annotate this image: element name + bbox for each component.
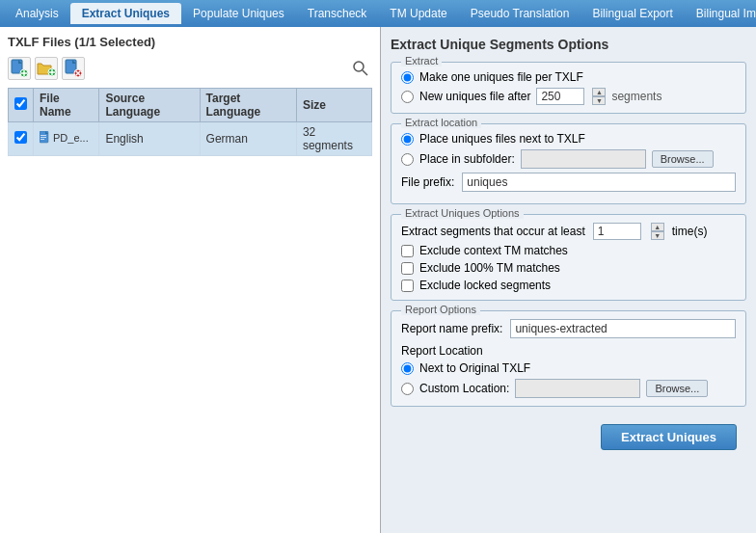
file-table: File Name Source Language Target Languag… xyxy=(8,88,372,156)
tab-populate-uniques[interactable]: Populate Uniques xyxy=(181,3,296,24)
location-label: Extract location xyxy=(401,117,481,128)
extract-uniques-button[interactable]: Extract Uniques xyxy=(601,424,737,450)
spinner-up[interactable]: ▲ xyxy=(592,88,606,96)
exclude-locked-row: Exclude locked segments xyxy=(401,279,736,292)
tab-transcheck[interactable]: Transcheck xyxy=(296,3,379,24)
occur-spinner: ▲ ▼ xyxy=(651,223,664,240)
row-target: German xyxy=(200,122,296,156)
extract-new-after-radio[interactable] xyxy=(401,91,414,103)
exclude-100-checkbox[interactable] xyxy=(401,262,414,275)
occur-spinner-up[interactable]: ▲ xyxy=(651,223,664,231)
report-next-to-radio[interactable] xyxy=(401,362,414,375)
row-check[interactable] xyxy=(9,122,34,156)
left-panel: TXLF Files (1/1 Selected) xyxy=(0,27,381,533)
report-label: Report Options xyxy=(401,304,480,315)
col-size: Size xyxy=(296,89,371,122)
bottom-bar: Extract Uniques xyxy=(391,416,746,458)
right-panel-title: Extract Unique Segments Options xyxy=(391,37,746,52)
segments-spinner: ▲ ▼ xyxy=(592,88,606,105)
report-custom-radio[interactable] xyxy=(401,383,414,395)
exclude-100-label: Exclude 100% TM matches xyxy=(419,261,560,275)
report-next-to-label: Next to Original TXLF xyxy=(419,361,530,375)
svg-rect-17 xyxy=(40,135,46,136)
occur-spinner-down[interactable]: ▼ xyxy=(651,231,664,240)
file-prefix-row: File prefix: xyxy=(401,173,736,192)
table-row[interactable]: PD_e... English German 32 segments xyxy=(9,122,372,156)
row-checkbox[interactable] xyxy=(14,131,27,144)
file-prefix-input[interactable] xyxy=(462,173,736,192)
subfolder-radio[interactable] xyxy=(401,153,414,166)
left-panel-title: TXLF Files (1/1 Selected) xyxy=(8,35,372,49)
toolbar xyxy=(8,57,372,80)
report-next-to-row: Next to Original TXLF xyxy=(401,361,736,375)
exclude-context-checkbox[interactable] xyxy=(401,245,414,257)
exclude-locked-label: Exclude locked segments xyxy=(419,279,551,292)
tab-analysis[interactable]: Analysis xyxy=(4,3,70,24)
row-filename: PD_e... xyxy=(34,122,99,156)
add-folder-button[interactable] xyxy=(35,57,58,80)
extract-option1-label: Make one uniques file per TXLF xyxy=(419,70,583,84)
col-filename: File Name xyxy=(34,89,99,122)
exclude-context-label: Exclude context TM matches xyxy=(419,244,568,257)
report-custom-input[interactable] xyxy=(515,379,640,398)
extract-option2-label: New uniques file after xyxy=(419,90,530,103)
subfolder-input[interactable] xyxy=(521,149,646,169)
svg-rect-18 xyxy=(40,137,46,138)
report-custom-label: Custom Location: xyxy=(419,382,509,395)
top-nav: Analysis Extract Uniques Populate Unique… xyxy=(0,0,756,27)
file-name-text: PD_e... xyxy=(53,132,89,144)
right-panel: Extract Unique Segments Options Extract … xyxy=(381,27,756,533)
exclude-locked-checkbox[interactable] xyxy=(401,280,414,292)
add-file-button[interactable] xyxy=(8,57,31,80)
location-option1-label: Place uniques files next to TXLF xyxy=(419,132,585,146)
tab-extract-uniques[interactable]: Extract Uniques xyxy=(70,3,181,24)
svg-line-14 xyxy=(363,70,367,75)
subfolder-label: Place in subfolder: xyxy=(419,152,515,166)
tab-bilingual-import[interactable]: Bilingual Import xyxy=(685,3,756,24)
spinner-down[interactable]: ▼ xyxy=(592,96,606,105)
extract-section: Extract Make one uniques file per TXLF N… xyxy=(391,62,746,114)
location-option1-row: Place uniques files next to TXLF xyxy=(401,132,736,146)
report-browse-button[interactable]: Browse... xyxy=(646,380,708,397)
occur-value-input[interactable] xyxy=(593,223,641,240)
report-name-input[interactable] xyxy=(510,319,736,338)
report-name-row: Report name prefix: xyxy=(401,319,736,338)
col-target: Target Language xyxy=(200,89,296,122)
exclude-context-row: Exclude context TM matches xyxy=(401,244,736,257)
tab-tm-update[interactable]: TM Update xyxy=(378,3,458,24)
file-icon: PD_e... xyxy=(40,131,89,145)
remove-file-button[interactable] xyxy=(62,57,85,80)
options-section: Extract Uniques Options Extract segments… xyxy=(391,214,746,301)
occur-label: Extract segments that occur at least xyxy=(401,225,585,238)
svg-point-13 xyxy=(354,62,364,71)
report-section: Report Options Report name prefix: Repor… xyxy=(391,310,746,407)
next-to-txlf-radio[interactable] xyxy=(401,133,414,146)
tab-pseudo-translation[interactable]: Pseudo Translation xyxy=(459,3,581,24)
location-option2-row: Place in subfolder: Browse... xyxy=(401,149,736,169)
row-size: 32 segments xyxy=(296,122,371,156)
exclude-100-row: Exclude 100% TM matches xyxy=(401,261,736,275)
search-button[interactable] xyxy=(349,57,372,80)
extract-option2-row: New uniques file after ▲ ▼ segments xyxy=(401,88,736,105)
select-all-checkbox[interactable] xyxy=(14,97,27,110)
file-prefix-label: File prefix: xyxy=(401,175,454,189)
location-section: Extract location Place uniques files nex… xyxy=(391,123,746,204)
svg-rect-19 xyxy=(40,139,44,140)
main-area: TXLF Files (1/1 Selected) xyxy=(0,27,756,533)
row-source: English xyxy=(99,122,200,156)
options-label: Extract Uniques Options xyxy=(401,207,524,219)
subfolder-browse-button[interactable]: Browse... xyxy=(652,150,714,168)
extract-label: Extract xyxy=(401,55,442,67)
col-source: Source Language xyxy=(99,89,200,122)
segments-label: segments xyxy=(611,90,662,103)
tab-bilingual-export[interactable]: Bilingual Export xyxy=(580,3,684,24)
segments-value-input[interactable] xyxy=(536,88,584,105)
extract-one-per-txlf-radio[interactable] xyxy=(401,71,414,84)
report-custom-row: Custom Location: Browse... xyxy=(401,379,736,398)
occur-row: Extract segments that occur at least ▲ ▼… xyxy=(401,223,736,240)
report-name-label: Report name prefix: xyxy=(401,322,502,335)
times-label: time(s) xyxy=(672,225,708,238)
extract-option1-row: Make one uniques file per TXLF xyxy=(401,70,736,84)
col-check xyxy=(9,89,34,122)
report-location-label: Report Location xyxy=(401,344,736,358)
